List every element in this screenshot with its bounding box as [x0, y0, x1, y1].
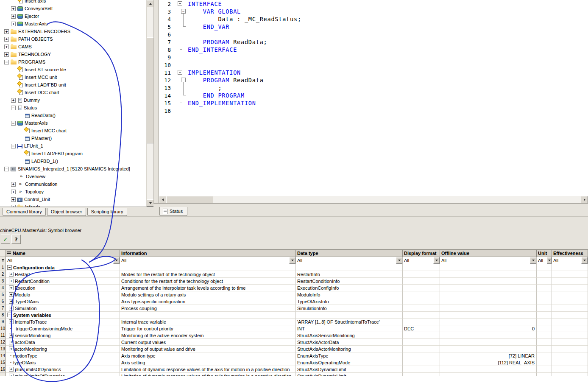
offline-value-cell[interactable]	[440, 312, 537, 319]
offline-value-cell[interactable]	[440, 264, 537, 271]
effectiveness-cell[interactable]	[552, 291, 588, 298]
tree-item-communication[interactable]: +Communication	[0, 180, 146, 188]
fold-toggle-icon[interactable]: −	[181, 9, 186, 14]
row-number[interactable]: 3	[0, 278, 6, 285]
display-format-cell[interactable]	[403, 271, 440, 278]
effectiveness-cell[interactable]	[552, 319, 588, 325]
name-cell[interactable]: +Modulo	[6, 291, 120, 298]
name-cell[interactable]: −System variables	[6, 312, 120, 319]
expand-icon[interactable]: +	[9, 279, 14, 283]
name-cell[interactable]: +internalToTrace	[6, 319, 120, 325]
unit-cell[interactable]	[537, 366, 552, 373]
expander-icon[interactable]: −	[11, 144, 16, 148]
data-type-cell[interactable]: RestartConditionInfo	[296, 278, 403, 285]
effectiveness-cell[interactable]	[552, 305, 588, 312]
data-type-cell[interactable]: TypeOfAxisInfo	[296, 298, 403, 305]
display-format-cell[interactable]	[403, 278, 440, 285]
information-cell[interactable]: Axis type-specific configuration	[120, 298, 296, 305]
data-type-cell[interactable]: SimulationInfo	[296, 305, 403, 312]
expander-icon[interactable]: +	[11, 190, 16, 194]
tree-item-insert-dcc-chart[interactable]: Insert DCC chart	[0, 89, 146, 96]
dropdown-arrow-icon[interactable]	[581, 257, 588, 264]
effectiveness-cell[interactable]	[552, 332, 588, 339]
display-format-cell[interactable]	[403, 285, 440, 291]
row-number[interactable]: 8	[0, 312, 6, 319]
display-format-cell[interactable]	[403, 298, 440, 305]
unit-cell[interactable]	[537, 291, 552, 298]
offline-value-cell[interactable]	[440, 278, 537, 285]
fold-toggle-icon[interactable]: −	[178, 1, 182, 6]
information-cell[interactable]: Conditions for the restart of the techno…	[120, 278, 296, 285]
name-cell[interactable]: +RestartCondition	[6, 278, 120, 285]
data-type-cell[interactable]: StructAxisSensorMonitoring	[296, 332, 403, 339]
data-type-cell[interactable]: EnumAxisOperatingMode	[296, 359, 403, 366]
name-cell[interactable]: +minusLimitsOfDynamics	[6, 373, 120, 376]
offline-value-cell[interactable]	[440, 366, 537, 373]
filter-row-header[interactable]	[0, 257, 6, 264]
dropdown-arrow-icon[interactable]	[396, 257, 402, 264]
data-type-cell[interactable]: RestartInfo	[296, 271, 403, 278]
data-type-cell[interactable]: EnumAxisType	[296, 352, 403, 359]
expand-icon[interactable]: +	[9, 292, 14, 297]
effectiveness-cell[interactable]	[552, 373, 588, 376]
row-number[interactable]: 9	[0, 319, 6, 325]
unit-cell[interactable]	[537, 352, 552, 359]
scrollbar-thumb[interactable]	[147, 37, 154, 143]
effectiveness-cell[interactable]	[552, 312, 588, 319]
expander-icon[interactable]: +	[11, 182, 16, 187]
tree-item-cams[interactable]: +CAMS	[0, 43, 146, 50]
scroll-down-button[interactable]	[147, 199, 154, 207]
tree-item-masteraxis[interactable]: +MasterAxis	[0, 20, 146, 28]
tree-item-programs[interactable]: −PROGRAMS	[0, 58, 146, 66]
st-source-editor[interactable]: 2−INTERFACE3− VAR_GLOBAL4 Data : _MC_Rea…	[159, 0, 588, 196]
expander-icon[interactable]: −	[4, 60, 9, 64]
tab-command-library[interactable]: Command library	[3, 208, 46, 216]
tree-item-ladfbd-1[interactable]: LADFBD_1()	[0, 157, 146, 165]
expander-icon[interactable]: +	[4, 45, 9, 49]
scroll-left-button[interactable]	[159, 196, 166, 203]
row-number[interactable]: 4	[0, 285, 6, 291]
data-type-cell[interactable]	[296, 264, 403, 271]
offline-value-cell[interactable]	[440, 339, 537, 346]
information-cell[interactable]	[120, 312, 296, 319]
offline-value-cell[interactable]	[440, 346, 537, 352]
tree-item-insert-lad-fbd-unit[interactable]: Insert LAD/FBD unit	[0, 81, 146, 89]
display-format-cell[interactable]	[403, 373, 440, 376]
effectiveness-cell[interactable]	[552, 271, 588, 278]
effectiveness-cell[interactable]	[552, 298, 588, 305]
effectiveness-cell[interactable]	[552, 325, 588, 332]
expander-icon[interactable]: −	[4, 167, 9, 171]
display-format-cell[interactable]: DEC	[403, 325, 440, 332]
expander-icon[interactable]: +	[11, 6, 16, 11]
tree-item-insert-axis[interactable]: Insert axis	[0, 0, 146, 5]
filter-unit[interactable]: All	[537, 257, 552, 264]
accept-button[interactable]: ✓	[1, 235, 10, 244]
expander-icon[interactable]: −	[11, 106, 16, 110]
dropdown-arrow-icon[interactable]	[547, 257, 552, 264]
tree-item-path-objects[interactable]: +PATH OBJECTS	[0, 35, 146, 43]
unit-cell[interactable]	[537, 332, 552, 339]
expander-icon[interactable]: +	[11, 22, 16, 26]
tree-item-topology[interactable]: +Topology	[0, 188, 146, 196]
data-type-cell[interactable]: StructAxisActorData	[296, 339, 403, 346]
offline-value-cell[interactable]	[440, 271, 537, 278]
information-cell[interactable]: Arrangement of the interpolator task lev…	[120, 285, 296, 291]
col-header-display-format[interactable]: Display format	[403, 250, 440, 257]
display-format-cell[interactable]	[403, 352, 440, 359]
tree-item-control-unit[interactable]: +Control_Unit	[0, 196, 146, 203]
effectiveness-cell[interactable]	[552, 339, 588, 346]
tree-item-external-encoders[interactable]: +EXTERNAL ENCODERS	[0, 28, 146, 35]
name-cell[interactable]: +plusLimitsOfDynamics	[6, 366, 120, 373]
tree-item-conveyorbelt[interactable]: +ConveyorBelt	[0, 5, 146, 12]
offline-value-cell[interactable]	[440, 305, 537, 312]
expand-icon[interactable]: +	[9, 374, 14, 376]
unit-cell[interactable]	[537, 373, 552, 376]
tree-item-sinamics-integrated-1-s120-sinamics-integrated[interactable]: −SINAMICS_Integrated_1 [S120 SINAMICS In…	[0, 165, 146, 173]
col-header-information[interactable]: Information	[120, 250, 296, 257]
row-number[interactable]: 7	[0, 305, 6, 312]
unit-cell[interactable]	[537, 271, 552, 278]
row-number[interactable]: 5	[0, 291, 6, 298]
filter-data-type[interactable]: All	[296, 257, 403, 264]
name-cell[interactable]: +actorMonitoring	[6, 346, 120, 352]
display-format-cell[interactable]	[403, 305, 440, 312]
